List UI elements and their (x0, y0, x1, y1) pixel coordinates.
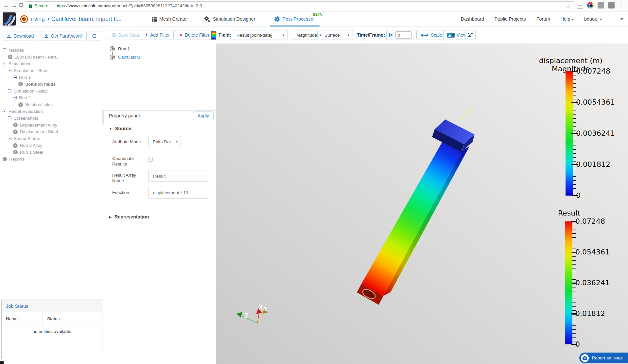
nav-dashboard[interactable]: Dashboard (461, 16, 484, 22)
visibility-eye-icon[interactable] (110, 54, 115, 60)
header-collapse-icon[interactable]: ▾ (621, 17, 623, 21)
get-paraview-button[interactable]: Get ParaView® (40, 31, 86, 41)
url-scheme: https (55, 3, 65, 8)
tree-item-solution-fields[interactable]: ✓Solution fields (0, 81, 101, 88)
tab-simulation-designer[interactable]: Simulation Designer (202, 11, 257, 26)
tree-item-displacement-steel[interactable]: ✓Displacement Steel (0, 129, 101, 135)
collapse-icon[interactable] (8, 116, 11, 120)
apply-button[interactable]: Apply (193, 112, 214, 120)
result-array-name-input[interactable] (148, 170, 209, 182)
extension-icon[interactable] (577, 2, 583, 9)
tree-item-solution-fields[interactable]: ✓Solution fields (0, 101, 101, 108)
refresh-tree-button[interactable] (89, 31, 100, 41)
project-breadcrumb[interactable]: irving > Cantilever beam, import fr... (31, 16, 122, 23)
nav-help-label: Help (561, 16, 570, 22)
collapse-icon[interactable] (13, 76, 17, 79)
fit-view-button[interactable] (465, 30, 476, 40)
delete-filter-button[interactable]: ✕ Delete Filter (175, 30, 213, 40)
pipeline-item-label: Calculator1 (118, 55, 140, 60)
tree-item-simulation-steel[interactable]: Simulation - Steel (0, 67, 101, 74)
tree-item-run-2-alloy[interactable]: ✓Run 2 Alloy (0, 142, 101, 149)
tree-item-saved-states[interactable]: Saved States (0, 135, 101, 142)
job-status-title: Job Status (2, 300, 102, 312)
extension-icon[interactable] (598, 2, 604, 9)
tree-item-screenshots[interactable]: Screenshots (0, 115, 101, 122)
attribute-mode-dropdown[interactable]: Point Dat ▾ (148, 136, 181, 147)
collapse-icon[interactable] (3, 62, 6, 65)
tab-mesh-creator[interactable]: Mesh Creator (150, 11, 190, 26)
legend-label: 0.007248 (576, 67, 610, 75)
tab-post-processor[interactable]: Post-Processor BETA (270, 11, 320, 26)
simscale-logo[interactable] (3, 12, 16, 26)
tree-item-label: Simulations (9, 61, 31, 66)
collapse-icon[interactable] (8, 69, 11, 72)
tree-item-reports[interactable]: Reports (0, 156, 101, 163)
save-icon (112, 33, 116, 37)
screen: ← → Secure | https://www.simscale.com/wo… (0, 0, 628, 364)
tree-item-label: Displacement Steel (20, 129, 58, 134)
representation-value: Surface (324, 33, 340, 38)
download-icon (7, 34, 11, 38)
collapse-icon[interactable] (8, 89, 11, 93)
collapse-icon[interactable] (8, 137, 11, 140)
refresh-icon (92, 34, 97, 39)
post-processor-gear-icon (274, 16, 280, 22)
sidebar-scrollbar[interactable] (102, 110, 104, 125)
viewport[interactable]: Z X Y displacement (m) Magnitude Result … (216, 43, 628, 364)
pipeline-item-calculator1[interactable]: Calculator1 (110, 53, 140, 61)
tree-item-displacement-alloy[interactable]: ✓Displacement Alloy (0, 122, 101, 129)
extension-color-wheel-icon[interactable] (587, 2, 594, 9)
legend-label: 0.054361 (575, 248, 610, 256)
url-domain: www.simscale.com (69, 3, 106, 8)
scale-button[interactable]: Scale (416, 30, 446, 40)
tree-item-run-2[interactable]: Run 2 (0, 95, 101, 101)
app-header: irving > Cantilever beam, import fr... M… (0, 11, 628, 26)
pipeline-item-run-1[interactable]: Run 1 (110, 45, 130, 53)
tree-item-label: Result Evaluation (9, 109, 43, 114)
download-label: Download (13, 33, 34, 39)
collapse-icon[interactable] (3, 110, 6, 113)
function-input[interactable] (148, 187, 209, 199)
coordinate-results-label: Coordinate Results (112, 156, 146, 167)
wireframe-edge (459, 107, 472, 120)
report-issue-button[interactable]: Report an issue (579, 353, 628, 363)
tree-item-simulations[interactable]: Simulations (0, 61, 101, 67)
tab-label: Simulation Designer (213, 16, 255, 22)
collapse-icon[interactable] (13, 96, 17, 99)
job-status-col-actions (84, 312, 102, 325)
axis-z-label: Z (244, 312, 248, 319)
field-dropdown[interactable]: Result [point-data] ▾ (233, 30, 288, 40)
extension-icon[interactable] (608, 2, 615, 9)
visibility-eye-icon[interactable] (110, 46, 115, 52)
nav-public-projects[interactable]: Public Projects (495, 16, 526, 22)
browser-menu-icon[interactable]: ⋮ (619, 2, 623, 9)
browser-back-button[interactable]: ← (2, 1, 10, 10)
colormap-icon[interactable] (211, 31, 216, 40)
tree-item-result-evaluation[interactable]: Result Evaluation (0, 108, 101, 115)
legend-label: 0.0054361 (576, 98, 615, 106)
play-icon[interactable] (389, 33, 393, 37)
tree-item-meshes[interactable]: Meshes (0, 47, 101, 54)
nav-user-menu[interactable]: bdaqui▾ (584, 16, 602, 22)
collapse-icon[interactable] (3, 48, 6, 52)
representation-section-header[interactable]: ▶ Representation (109, 214, 149, 219)
tree-item-100x100-beam-part-[interactable]: ✓100x100 beam - Part... (0, 54, 101, 61)
pipeline-property-panel: Run 1 Calculator1 Property panel Apply ▼… (105, 43, 216, 364)
tree-item-run-1-steel[interactable]: ✓Run 1 Steel (0, 149, 101, 156)
add-filter-button[interactable]: + Add Filter (141, 30, 174, 40)
tree-item-simulation-alloy[interactable]: Simulation - Alloy (0, 88, 101, 95)
address-bar[interactable]: Secure | https://www.simscale.com/workbe… (25, 1, 574, 10)
camera-icon (581, 354, 589, 362)
download-button[interactable]: Download (3, 31, 38, 41)
time-frame-input[interactable] (395, 31, 412, 39)
nav-help[interactable]: Help▾ (561, 16, 574, 22)
browser-refresh-button[interactable] (16, 1, 25, 10)
tree-item-run-1[interactable]: Run 1 (0, 74, 101, 81)
nav-forum[interactable]: Forum (536, 16, 550, 22)
source-section-header[interactable]: ▼ Source (109, 126, 131, 131)
coordinate-results-checkbox[interactable] (148, 157, 153, 162)
bookmark-star-icon[interactable]: ☆ (566, 3, 571, 10)
save-state-button[interactable]: Save State (108, 30, 145, 40)
component-dropdown[interactable]: Magnitude ▾ (293, 30, 318, 40)
representation-dropdown[interactable]: Surface ▾ (321, 30, 353, 40)
